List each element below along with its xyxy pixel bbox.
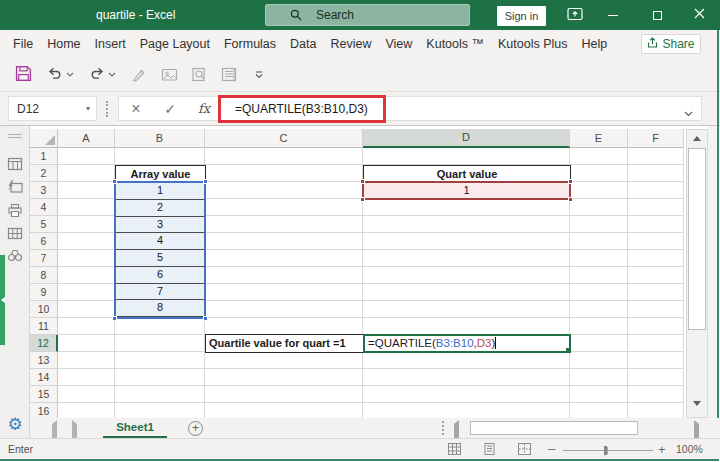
zoom-slider-track[interactable]: [563, 450, 653, 451]
column-header-a[interactable]: A: [58, 129, 115, 148]
range-handle-icon[interactable]: [360, 179, 365, 184]
printer-icon[interactable]: [6, 202, 24, 218]
range-handle-icon[interactable]: [203, 179, 208, 184]
insert-function-button[interactable]: fx: [187, 101, 221, 116]
maximize-button[interactable]: [642, 0, 672, 30]
redo-button[interactable]: [86, 64, 108, 86]
lightning-pane-icon[interactable]: [6, 179, 24, 195]
formula-bar-drag-handle[interactable]: [106, 101, 108, 117]
select-all-button[interactable]: [30, 129, 58, 148]
redo-dropdown-icon[interactable]: [108, 64, 120, 86]
row-header-14[interactable]: 14: [30, 369, 58, 386]
row-header-4[interactable]: 4: [30, 199, 58, 216]
print-preview-icon[interactable]: [188, 64, 210, 86]
cell-b8-value[interactable]: 6: [116, 267, 204, 284]
horizontal-scroll-thumb[interactable]: [470, 421, 638, 435]
formula-input-area[interactable]: × ✓ fx =QUARTILE(B3:B10,D3): [118, 96, 702, 121]
form-view-icon[interactable]: [218, 64, 240, 86]
enter-button[interactable]: ✓: [153, 101, 187, 117]
zoom-out-button[interactable]: –: [548, 441, 555, 456]
row-header-6[interactable]: 6: [30, 233, 58, 250]
column-header-b[interactable]: B: [115, 129, 205, 148]
zoom-slider-thumb[interactable]: [604, 446, 607, 455]
gear-icon[interactable]: ⚙: [0, 414, 30, 434]
zoom-level-indicator[interactable]: 100%: [676, 443, 703, 455]
row-header-9[interactable]: 9: [30, 284, 58, 301]
row-header-13[interactable]: 13: [30, 352, 58, 369]
row-header-1[interactable]: 1: [30, 148, 58, 165]
cell-b10-value[interactable]: 8: [116, 300, 204, 317]
binoculars-icon[interactable]: [6, 247, 24, 263]
search-input[interactable]: Search: [265, 4, 470, 26]
column-header-f[interactable]: F: [628, 129, 684, 148]
formula-bar-expand-icon[interactable]: [684, 106, 693, 120]
ribbon-tab-kutools[interactable]: Kutools ™: [419, 30, 491, 58]
name-box[interactable]: D12 ▾: [8, 96, 97, 121]
cell-c12-label[interactable]: Quartile value for quart =1: [205, 334, 364, 353]
share-button[interactable]: Share: [641, 34, 701, 54]
fill-handle-icon[interactable]: [566, 348, 570, 352]
ribbon-tab-review[interactable]: Review: [323, 30, 378, 58]
row-header-2[interactable]: 2: [30, 165, 58, 182]
row-header-11[interactable]: 11: [30, 318, 58, 335]
pen-sketch-icon[interactable]: [128, 64, 150, 86]
ribbon-tab-data[interactable]: Data: [283, 30, 323, 58]
cell-b7-value[interactable]: 5: [116, 250, 204, 267]
cell-b9-value[interactable]: 7: [116, 284, 204, 301]
ribbon-display-options-button[interactable]: [560, 0, 590, 30]
ribbon-tab-home[interactable]: Home: [40, 30, 87, 58]
ribbon-tab-formulas[interactable]: Formulas: [217, 30, 283, 58]
screenshot-icon[interactable]: [158, 64, 180, 86]
range-handle-icon[interactable]: [112, 316, 117, 321]
add-sheet-button[interactable]: +: [188, 421, 203, 436]
range-b3-b10[interactable]: 12345678: [114, 181, 206, 319]
page-break-view-button[interactable]: [518, 443, 531, 458]
range-handle-icon[interactable]: [203, 316, 208, 321]
cancel-button[interactable]: ×: [119, 100, 153, 118]
sign-in-button[interactable]: Sign in: [497, 6, 546, 26]
undo-button[interactable]: [44, 64, 66, 86]
cell-b5-value[interactable]: 3: [116, 217, 204, 234]
ribbon-tab-page-layout[interactable]: Page Layout: [133, 30, 217, 58]
cell-d12-formula-editing[interactable]: =QUARTILE(B3:B10,D3): [363, 334, 571, 353]
minimize-button[interactable]: [598, 0, 628, 30]
ribbon-tab-file[interactable]: File: [6, 30, 40, 58]
undo-dropdown-icon[interactable]: [66, 64, 78, 86]
zoom-in-button[interactable]: +: [658, 442, 666, 457]
range-handle-icon[interactable]: [568, 197, 573, 202]
row-header-10[interactable]: 10: [30, 301, 58, 318]
normal-view-button[interactable]: [448, 443, 461, 458]
range-handle-icon[interactable]: [112, 179, 117, 184]
row-header-15[interactable]: 15: [30, 386, 58, 403]
close-button[interactable]: [684, 0, 714, 30]
row-header-3[interactable]: 3: [30, 182, 58, 199]
row-header-8[interactable]: 8: [30, 267, 58, 284]
scroll-down-button[interactable]: [687, 395, 707, 412]
column-header-d[interactable]: D: [363, 129, 570, 148]
vertical-scrollbar[interactable]: [686, 129, 708, 418]
scroll-up-button[interactable]: [687, 130, 707, 147]
column-header-e[interactable]: E: [570, 129, 628, 148]
row-header-5[interactable]: 5: [30, 216, 58, 233]
cell-b4-value[interactable]: 2: [116, 200, 204, 217]
save-button[interactable]: [12, 64, 34, 86]
sheet-tab-sheet1[interactable]: Sheet1: [103, 418, 167, 438]
row-header-12[interactable]: 12: [30, 335, 58, 352]
scroll-left-button[interactable]: [454, 424, 459, 438]
range-handle-icon[interactable]: [568, 179, 573, 184]
cell-d3-quart-value[interactable]: 1: [362, 181, 571, 200]
cell-b6-value[interactable]: 4: [116, 233, 204, 250]
ribbon-tab-insert[interactable]: Insert: [88, 30, 133, 58]
kutools-pane-tab[interactable]: [0, 255, 5, 345]
next-sheet-button[interactable]: [72, 424, 77, 438]
name-box-dropdown-icon[interactable]: ▾: [86, 104, 90, 113]
scroll-right-button[interactable]: [694, 424, 699, 438]
workbook-grid-icon[interactable]: [6, 156, 24, 172]
panel-handle-icon[interactable]: [8, 134, 22, 138]
ribbon-tab-help[interactable]: Help: [575, 30, 615, 58]
range-handle-icon[interactable]: [360, 197, 365, 202]
cell-b3-value[interactable]: 1: [116, 183, 204, 200]
toolbar-overflow-icon[interactable]: [248, 64, 270, 86]
prev-sheet-button[interactable]: [52, 424, 57, 438]
ribbon-tab-view[interactable]: View: [378, 30, 419, 58]
